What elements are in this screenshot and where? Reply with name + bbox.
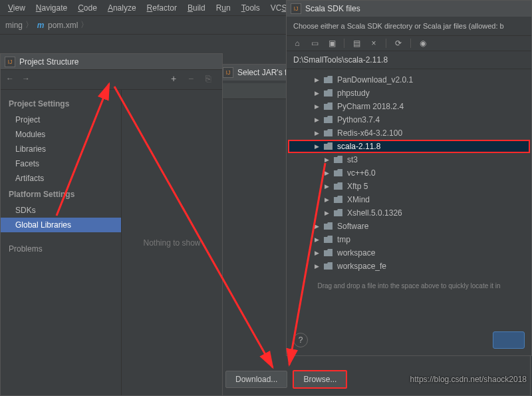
tree-label: vc++6.0: [347, 168, 376, 178]
folder-icon: [334, 196, 343, 204]
tree-label: workspace: [337, 248, 375, 258]
tree-label: Xshell.5.0.1326: [347, 208, 402, 218]
chevron-icon: 〉: [25, 19, 33, 31]
show-hidden-icon[interactable]: ◉: [418, 38, 428, 49]
expand-icon[interactable]: ▶: [315, 77, 321, 83]
intellij-icon: IJ: [223, 67, 233, 78]
tree-row[interactable]: ▶phpstudy: [288, 87, 530, 100]
tree-row[interactable]: ▶PyCharm 2018.2.4: [288, 100, 530, 113]
tree-row[interactable]: ▶scala-2.11.8: [288, 140, 530, 153]
separator: [386, 39, 386, 48]
sidebar-item-project[interactable]: Project: [1, 112, 121, 127]
browse-button[interactable]: Browse...: [293, 370, 347, 389]
expand-icon[interactable]: ▶: [315, 90, 321, 97]
sidebar-item-modules[interactable]: Modules: [1, 127, 121, 142]
refresh-icon[interactable]: ⟳: [393, 38, 404, 49]
tree-label: st3: [347, 155, 358, 164]
home-icon[interactable]: ⌂: [292, 38, 303, 49]
crumb-root[interactable]: ming: [5, 21, 23, 30]
project-structure-sidebar: Project Settings Project Modules Librari…: [1, 90, 122, 395]
tree-label: tmp: [337, 235, 350, 244]
sidebar-item-artifacts[interactable]: Artifacts: [1, 171, 121, 186]
tree-row[interactable]: ▶Redis-x64-3.2.100: [288, 126, 530, 140]
intellij-icon: IJ: [5, 57, 15, 67]
remove-button[interactable]: −: [184, 73, 198, 87]
menu-code[interactable]: Code: [72, 2, 102, 14]
download-button[interactable]: Download...: [225, 371, 287, 388]
tree-row[interactable]: ▶Xftp 5: [288, 180, 530, 193]
tree-label: PyCharm 2018.2.4: [337, 102, 404, 111]
sidebar-item-global-libraries[interactable]: Global Libraries: [1, 218, 121, 232]
tree-row[interactable]: ▶Xshell.5.0.1326: [288, 206, 530, 220]
desktop-icon[interactable]: ▭: [309, 38, 320, 49]
folder-icon: [324, 89, 333, 97]
menu-view[interactable]: View: [3, 2, 31, 14]
tree-row[interactable]: ▶vc++6.0: [288, 166, 530, 180]
crumb-pom-label: pom.xml: [48, 21, 78, 30]
tree-label: workspace_fe: [337, 262, 386, 271]
tree-label: PanDownload_v2.0.1: [337, 75, 413, 85]
back-icon[interactable]: ←: [6, 74, 18, 86]
path-field[interactable]: D:\SmallTools\scala-2.11.8: [287, 51, 531, 69]
folder-icon: [334, 156, 343, 164]
tree-label: Software: [337, 222, 368, 231]
project-structure-window: IJ Project Structure ← → + − ⎘ Project S…: [0, 53, 223, 396]
copy-button[interactable]: ⎘: [201, 73, 215, 87]
expand-icon[interactable]: ▶: [325, 210, 331, 216]
menu-navigate[interactable]: Navigate: [31, 2, 72, 14]
expand-icon[interactable]: ▶: [325, 196, 331, 203]
drag-drop-hint: Drag and drop a file into the space abov…: [287, 277, 531, 295]
project-icon[interactable]: ▣: [327, 38, 337, 49]
crumb-pom[interactable]: m pom.xml: [36, 21, 78, 30]
tree-row[interactable]: ▶tmp: [288, 233, 530, 246]
project-structure-content: Nothing to show: [122, 90, 222, 395]
ok-button[interactable]: [493, 331, 525, 349]
sidebar-heading-platform-settings: Platform Settings: [1, 186, 121, 203]
tree-label: Redis-x64-3.2.100: [337, 128, 402, 138]
expand-icon[interactable]: ▶: [325, 183, 331, 190]
tree-label: Python3.7.4: [337, 115, 380, 124]
menu-build[interactable]: Build: [182, 2, 211, 14]
add-button[interactable]: +: [167, 73, 180, 87]
folder-icon: [334, 169, 343, 177]
sidebar-item-sdks[interactable]: SDKs: [1, 203, 121, 218]
scala-sdk-files-dialog: IJ Scala SDK files Choose either a Scala…: [286, 0, 532, 356]
expand-icon[interactable]: ▶: [315, 143, 321, 150]
menu-analyze[interactable]: Analyze: [102, 2, 142, 14]
expand-icon[interactable]: ▶: [315, 130, 321, 136]
expand-icon[interactable]: ▶: [325, 156, 331, 163]
sidebar-item-libraries[interactable]: Libraries: [1, 142, 121, 156]
file-chooser-toolbar: ⌂ ▭ ▣ ▤ × ⟳ ◉: [287, 35, 531, 51]
folder-icon: [324, 249, 333, 257]
forward-icon[interactable]: →: [22, 74, 34, 86]
menu-tools[interactable]: Tools: [236, 2, 265, 14]
menu-refactor[interactable]: Refactor: [142, 2, 182, 14]
expand-icon[interactable]: ▶: [315, 116, 321, 123]
expand-icon[interactable]: ▶: [315, 250, 321, 256]
sidebar-item-facets[interactable]: Facets: [1, 156, 121, 171]
tree-label: phpstudy: [337, 89, 370, 98]
delete-icon[interactable]: ×: [368, 38, 379, 49]
help-icon[interactable]: ?: [293, 333, 308, 347]
expand-icon[interactable]: ▶: [315, 236, 321, 243]
expand-icon[interactable]: ▶: [315, 103, 321, 110]
separator: [344, 39, 344, 48]
tree-row[interactable]: ▶XMind: [288, 193, 530, 206]
tree-row[interactable]: ▶Python3.7.4: [288, 113, 530, 126]
expand-icon[interactable]: ▶: [325, 170, 331, 176]
tree-row[interactable]: ▶workspace_fe: [288, 260, 530, 273]
new-folder-icon[interactable]: ▤: [351, 38, 362, 49]
tree-row[interactable]: ▶Software: [288, 220, 530, 233]
expand-icon[interactable]: ▶: [315, 223, 321, 230]
tree-row[interactable]: ▶st3: [288, 153, 530, 166]
expand-icon[interactable]: ▶: [315, 263, 321, 270]
sidebar-item-problems[interactable]: Problems: [1, 242, 121, 256]
folder-icon: [324, 76, 333, 84]
folder-icon: [324, 262, 333, 270]
tree-row[interactable]: ▶PanDownload_v2.0.1: [288, 73, 530, 87]
project-structure-titlebar: IJ Project Structure: [1, 54, 222, 70]
tree-label: XMind: [347, 195, 370, 204]
file-tree: ▶PanDownload_v2.0.1▶phpstudy▶PyCharm 201…: [287, 69, 531, 277]
menu-run[interactable]: Run: [211, 2, 236, 14]
tree-row[interactable]: ▶workspace: [288, 246, 530, 260]
